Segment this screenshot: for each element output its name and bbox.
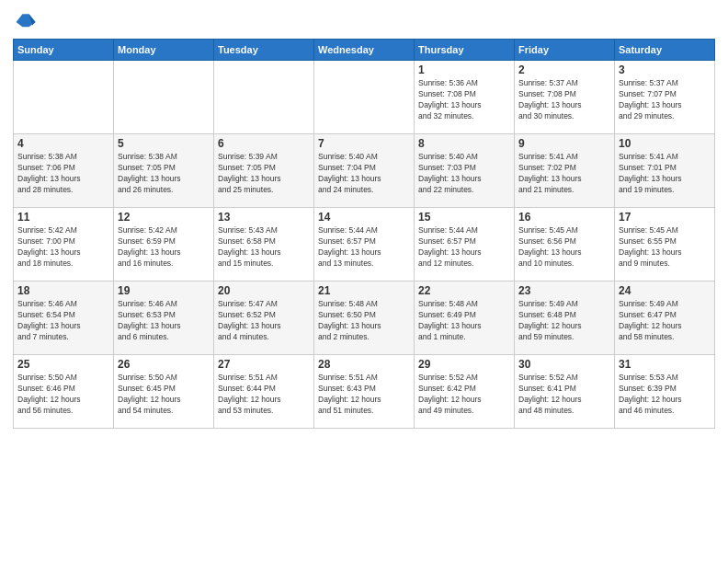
calendar-cell: 4Sunrise: 5:38 AMSunset: 7:06 PMDaylight… xyxy=(14,134,114,208)
col-header-friday: Friday xyxy=(515,40,615,61)
day-number: 1 xyxy=(418,63,510,76)
calendar-cell: 29Sunrise: 5:52 AMSunset: 6:42 PMDayligh… xyxy=(415,355,515,429)
day-info: Sunrise: 5:45 AMSunset: 6:56 PMDaylight:… xyxy=(518,225,610,270)
day-info: Sunrise: 5:40 AMSunset: 7:03 PMDaylight:… xyxy=(418,152,510,196)
day-info: Sunrise: 5:40 AMSunset: 7:04 PMDaylight:… xyxy=(318,152,410,196)
logo xyxy=(13,9,42,35)
calendar-cell: 14Sunrise: 5:44 AMSunset: 6:57 PMDayligh… xyxy=(314,208,415,282)
calendar-cell xyxy=(314,61,415,134)
calendar-cell: 21Sunrise: 5:48 AMSunset: 6:50 PMDayligh… xyxy=(314,282,415,355)
calendar-cell xyxy=(14,61,114,134)
calendar-cell: 2Sunrise: 5:37 AMSunset: 7:08 PMDaylight… xyxy=(515,61,615,134)
calendar-cell: 25Sunrise: 5:50 AMSunset: 6:46 PMDayligh… xyxy=(14,355,114,429)
week-row-5: 25Sunrise: 5:50 AMSunset: 6:46 PMDayligh… xyxy=(14,355,715,429)
week-row-4: 18Sunrise: 5:46 AMSunset: 6:54 PMDayligh… xyxy=(14,282,715,355)
col-header-saturday: Saturday xyxy=(615,40,715,61)
calendar-cell: 1Sunrise: 5:36 AMSunset: 7:08 PMDaylight… xyxy=(415,61,515,134)
calendar-cell: 19Sunrise: 5:46 AMSunset: 6:53 PMDayligh… xyxy=(114,282,214,355)
day-info: Sunrise: 5:37 AMSunset: 7:07 PMDaylight:… xyxy=(619,78,711,122)
day-number: 31 xyxy=(619,358,711,371)
calendar-cell: 31Sunrise: 5:53 AMSunset: 6:39 PMDayligh… xyxy=(615,355,715,429)
day-info: Sunrise: 5:38 AMSunset: 7:05 PMDaylight:… xyxy=(118,152,210,196)
calendar-cell xyxy=(214,61,314,134)
calendar-cell: 22Sunrise: 5:48 AMSunset: 6:49 PMDayligh… xyxy=(415,282,515,355)
day-info: Sunrise: 5:45 AMSunset: 6:55 PMDaylight:… xyxy=(619,225,711,270)
day-info: Sunrise: 5:41 AMSunset: 7:01 PMDaylight:… xyxy=(619,152,711,196)
day-number: 22 xyxy=(418,284,510,297)
day-number: 16 xyxy=(518,211,610,224)
day-info: Sunrise: 5:44 AMSunset: 6:57 PMDaylight:… xyxy=(418,225,510,270)
day-number: 9 xyxy=(518,137,610,150)
calendar-cell: 10Sunrise: 5:41 AMSunset: 7:01 PMDayligh… xyxy=(615,134,715,208)
calendar-table: SundayMondayTuesdayWednesdayThursdayFrid… xyxy=(13,39,715,429)
page-container: SundayMondayTuesdayWednesdayThursdayFrid… xyxy=(0,0,728,438)
day-info: Sunrise: 5:50 AMSunset: 6:46 PMDaylight:… xyxy=(17,373,109,417)
day-number: 21 xyxy=(318,284,410,297)
calendar-cell: 13Sunrise: 5:43 AMSunset: 6:58 PMDayligh… xyxy=(214,208,314,282)
day-number: 10 xyxy=(619,137,711,150)
day-number: 27 xyxy=(218,358,310,371)
day-number: 12 xyxy=(118,211,210,224)
day-info: Sunrise: 5:46 AMSunset: 6:54 PMDaylight:… xyxy=(17,299,109,343)
day-number: 3 xyxy=(619,63,711,76)
day-info: Sunrise: 5:42 AMSunset: 6:59 PMDaylight:… xyxy=(118,225,210,270)
day-info: Sunrise: 5:53 AMSunset: 6:39 PMDaylight:… xyxy=(619,373,711,417)
day-number: 2 xyxy=(518,63,610,76)
calendar-cell: 5Sunrise: 5:38 AMSunset: 7:05 PMDaylight… xyxy=(114,134,214,208)
day-info: Sunrise: 5:38 AMSunset: 7:06 PMDaylight:… xyxy=(17,152,109,196)
calendar-cell: 7Sunrise: 5:40 AMSunset: 7:04 PMDaylight… xyxy=(314,134,415,208)
calendar-cell: 26Sunrise: 5:50 AMSunset: 6:45 PMDayligh… xyxy=(114,355,214,429)
day-number: 17 xyxy=(619,211,711,224)
week-row-3: 11Sunrise: 5:42 AMSunset: 7:00 PMDayligh… xyxy=(14,208,715,282)
calendar-cell: 9Sunrise: 5:41 AMSunset: 7:02 PMDaylight… xyxy=(515,134,615,208)
day-info: Sunrise: 5:46 AMSunset: 6:53 PMDaylight:… xyxy=(118,299,210,343)
logo-icon xyxy=(13,9,39,35)
day-number: 23 xyxy=(518,284,610,297)
day-info: Sunrise: 5:41 AMSunset: 7:02 PMDaylight:… xyxy=(518,152,610,196)
day-number: 5 xyxy=(118,137,210,150)
day-number: 30 xyxy=(518,358,610,371)
day-number: 13 xyxy=(218,211,310,224)
calendar-cell: 16Sunrise: 5:45 AMSunset: 6:56 PMDayligh… xyxy=(515,208,615,282)
calendar-cell: 23Sunrise: 5:49 AMSunset: 6:48 PMDayligh… xyxy=(515,282,615,355)
day-number: 26 xyxy=(118,358,210,371)
calendar-cell: 20Sunrise: 5:47 AMSunset: 6:52 PMDayligh… xyxy=(214,282,314,355)
day-number: 15 xyxy=(418,211,510,224)
day-number: 8 xyxy=(418,137,510,150)
calendar-cell: 28Sunrise: 5:51 AMSunset: 6:43 PMDayligh… xyxy=(314,355,415,429)
col-header-wednesday: Wednesday xyxy=(314,40,415,61)
col-header-thursday: Thursday xyxy=(415,40,515,61)
day-info: Sunrise: 5:48 AMSunset: 6:50 PMDaylight:… xyxy=(318,299,410,343)
day-info: Sunrise: 5:44 AMSunset: 6:57 PMDaylight:… xyxy=(318,225,410,270)
day-number: 7 xyxy=(318,137,410,150)
header xyxy=(13,9,715,35)
col-header-sunday: Sunday xyxy=(14,40,114,61)
day-info: Sunrise: 5:47 AMSunset: 6:52 PMDaylight:… xyxy=(218,299,310,343)
day-info: Sunrise: 5:52 AMSunset: 6:41 PMDaylight:… xyxy=(518,373,610,417)
day-number: 28 xyxy=(318,358,410,371)
day-number: 25 xyxy=(17,358,109,371)
col-header-tuesday: Tuesday xyxy=(214,40,314,61)
day-number: 24 xyxy=(619,284,711,297)
calendar-cell: 17Sunrise: 5:45 AMSunset: 6:55 PMDayligh… xyxy=(615,208,715,282)
day-info: Sunrise: 5:49 AMSunset: 6:47 PMDaylight:… xyxy=(619,299,711,343)
calendar-cell: 6Sunrise: 5:39 AMSunset: 7:05 PMDaylight… xyxy=(214,134,314,208)
calendar-cell xyxy=(114,61,214,134)
header-row: SundayMondayTuesdayWednesdayThursdayFrid… xyxy=(14,40,715,61)
day-number: 6 xyxy=(218,137,310,150)
day-number: 11 xyxy=(17,211,109,224)
day-info: Sunrise: 5:37 AMSunset: 7:08 PMDaylight:… xyxy=(518,78,610,122)
calendar-cell: 15Sunrise: 5:44 AMSunset: 6:57 PMDayligh… xyxy=(415,208,515,282)
day-info: Sunrise: 5:39 AMSunset: 7:05 PMDaylight:… xyxy=(218,152,310,196)
day-number: 29 xyxy=(418,358,510,371)
calendar-cell: 12Sunrise: 5:42 AMSunset: 6:59 PMDayligh… xyxy=(114,208,214,282)
day-number: 19 xyxy=(118,284,210,297)
week-row-1: 1Sunrise: 5:36 AMSunset: 7:08 PMDaylight… xyxy=(14,61,715,134)
day-info: Sunrise: 5:43 AMSunset: 6:58 PMDaylight:… xyxy=(218,225,310,270)
day-info: Sunrise: 5:42 AMSunset: 7:00 PMDaylight:… xyxy=(17,225,109,270)
calendar-cell: 11Sunrise: 5:42 AMSunset: 7:00 PMDayligh… xyxy=(14,208,114,282)
day-info: Sunrise: 5:36 AMSunset: 7:08 PMDaylight:… xyxy=(418,78,510,122)
calendar-cell: 18Sunrise: 5:46 AMSunset: 6:54 PMDayligh… xyxy=(14,282,114,355)
calendar-cell: 8Sunrise: 5:40 AMSunset: 7:03 PMDaylight… xyxy=(415,134,515,208)
day-number: 20 xyxy=(218,284,310,297)
